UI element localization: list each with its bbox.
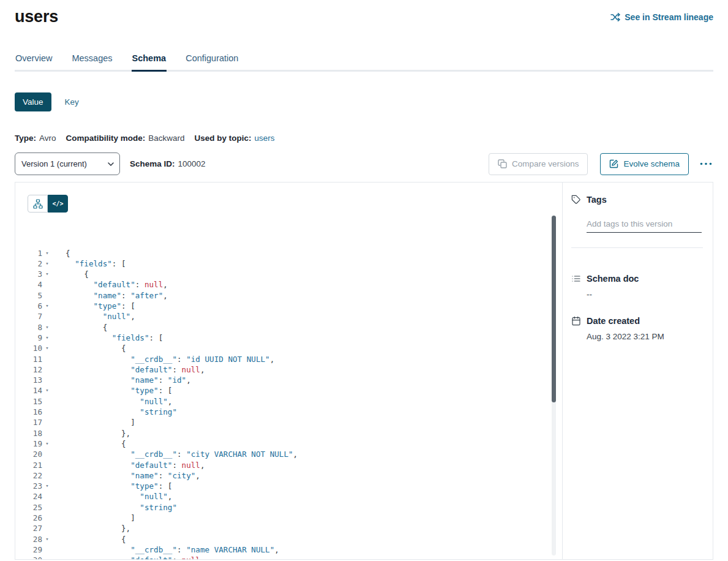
fold-toggle-icon[interactable]: ▾ — [42, 481, 52, 491]
code-line: 3▾ { — [28, 269, 562, 279]
fold-spacer — [42, 364, 52, 375]
compatibility-pair: Compatibility mode:Backward — [66, 134, 185, 143]
stream-lineage-link[interactable]: See in Stream lineage — [610, 12, 713, 22]
code-text: "name": "city", — [52, 470, 200, 481]
fold-spacer — [42, 279, 52, 290]
fold-toggle-icon[interactable]: ▾ — [42, 343, 52, 353]
fold-toggle-icon[interactable]: ▾ — [42, 248, 52, 258]
version-select[interactable]: Version 1 (current) — [15, 152, 120, 175]
schema-id-value: 100002 — [178, 159, 206, 168]
calendar-icon — [571, 316, 581, 326]
code-line: 12 "default": null, — [28, 364, 562, 375]
line-number: 25 — [28, 502, 42, 513]
list-icon — [571, 274, 581, 284]
topic-link[interactable]: users — [255, 134, 275, 143]
fold-spacer — [42, 407, 52, 417]
line-number: 3 — [28, 269, 42, 279]
fold-spacer — [42, 523, 52, 533]
code-view-button[interactable]: </> — [48, 195, 68, 213]
code-line: 26 ] — [28, 513, 562, 523]
code-text: "__crdb__": "city VARCHAR NOT NULL", — [52, 449, 298, 459]
code-text: "default": null, — [52, 364, 205, 375]
compare-versions-icon — [498, 159, 507, 168]
schema-card: </> 1▾{2▾ "fields": [3▾ {4 "default": nu… — [15, 182, 713, 560]
line-number: 14 — [28, 385, 42, 396]
code-text: "type": [ — [52, 301, 135, 311]
line-number: 1 — [28, 248, 42, 258]
code-text: "default": null, — [52, 555, 205, 559]
code-line: 5 "name": "after", — [28, 290, 562, 301]
line-number: 15 — [28, 396, 42, 407]
key-toggle-button[interactable]: Key — [65, 97, 79, 107]
line-number: 12 — [28, 364, 42, 375]
schema-meta-row: Type:Avro Compatibility mode:Backward Us… — [15, 134, 713, 143]
stream-lineage-label: See in Stream lineage — [625, 12, 713, 22]
code-line: 30 "default": null, — [28, 555, 562, 559]
line-number: 10 — [28, 343, 42, 353]
type-value: Avro — [39, 134, 56, 143]
compatibility-value: Backward — [148, 134, 184, 143]
code-line: 17 ] — [28, 417, 562, 427]
fold-toggle-icon[interactable]: ▾ — [42, 333, 52, 343]
tab-messages[interactable]: Messages — [71, 53, 113, 70]
value-toggle-button[interactable]: Value — [15, 92, 51, 111]
fold-toggle-icon[interactable]: ▾ — [42, 301, 52, 311]
line-number: 6 — [28, 301, 42, 311]
code-scrollbar[interactable] — [552, 216, 556, 555]
line-number: 28 — [28, 534, 42, 544]
fold-toggle-icon[interactable]: ▾ — [42, 385, 52, 396]
code-line: 6▾ "type": [ — [28, 301, 562, 311]
code-line: 27 }, — [28, 523, 562, 533]
code-view-toggle-group: </> — [28, 195, 68, 213]
code-view-icon: </> — [52, 200, 63, 207]
line-number: 27 — [28, 523, 42, 533]
line-number: 23 — [28, 481, 42, 491]
line-number: 20 — [28, 449, 42, 459]
scrollbar-thumb[interactable] — [552, 216, 556, 402]
code-line: 29 "__crdb__": "name VARCHAR NULL", — [28, 544, 562, 555]
code-line: 15 "null", — [28, 396, 562, 407]
schema-sidebar: Tags Schema doc -- — [563, 183, 713, 559]
tree-view-button[interactable] — [28, 195, 48, 213]
line-number: 18 — [28, 428, 42, 439]
schema-code-viewer: 1▾{2▾ "fields": [3▾ {4 "default": null,5… — [28, 227, 562, 559]
code-line: 10▾ { — [28, 343, 562, 353]
line-number: 8 — [28, 322, 42, 333]
more-options-button[interactable] — [699, 159, 713, 169]
code-line: 13 "name": "id", — [28, 375, 562, 385]
code-text: ] — [52, 417, 135, 427]
version-toolbar: Version 1 (current) Schema ID:100002 Com… — [15, 152, 713, 175]
tags-section-header: Tags — [571, 195, 703, 205]
fold-toggle-icon[interactable]: ▾ — [42, 534, 52, 544]
line-number: 22 — [28, 470, 42, 481]
fold-spacer — [42, 375, 52, 385]
evolve-schema-button[interactable]: Evolve schema — [600, 153, 689, 175]
line-number: 2 — [28, 258, 42, 269]
fold-toggle-icon[interactable]: ▾ — [42, 269, 52, 279]
code-line: 1▾{ — [28, 248, 562, 258]
code-line: 24 "null", — [28, 491, 562, 502]
type-label: Type: — [15, 134, 36, 143]
type-pair: Type:Avro — [15, 134, 56, 143]
schema-code-pane: </> 1▾{2▾ "fields": [3▾ {4 "default": nu… — [15, 183, 563, 559]
line-number: 17 — [28, 417, 42, 427]
fold-toggle-icon[interactable]: ▾ — [42, 258, 52, 269]
code-text: "type": [ — [52, 385, 172, 396]
tags-input[interactable] — [587, 218, 702, 233]
tab-configuration[interactable]: Configuration — [185, 53, 239, 70]
ellipsis-icon — [700, 162, 712, 165]
code-line: 8▾ { — [28, 322, 562, 333]
tab-overview[interactable]: Overview — [15, 53, 53, 70]
fold-spacer — [42, 491, 52, 502]
fold-spacer — [42, 354, 52, 364]
code-line: 18 }, — [28, 428, 562, 439]
code-text: "fields": [ — [52, 258, 126, 269]
code-text: "string" — [52, 407, 177, 417]
fold-toggle-icon[interactable]: ▾ — [42, 439, 52, 449]
fold-toggle-icon[interactable]: ▾ — [42, 322, 52, 333]
compare-versions-button[interactable]: Compare versions — [489, 153, 588, 175]
fold-spacer — [42, 449, 52, 459]
code-text: "null", — [52, 311, 135, 322]
tab-schema[interactable]: Schema — [132, 53, 167, 72]
code-line: 21 "default": null, — [28, 460, 562, 470]
